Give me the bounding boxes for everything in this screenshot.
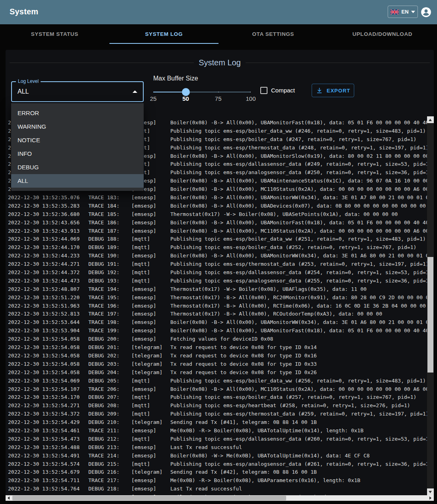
log-timestamp: 2022-12-30 13:52:44.170 (8, 243, 88, 252)
log-timestamp: 2022-12-30 13:52:44.069 (8, 235, 88, 243)
log-row: 2022-12-30 13:52:54.069DEBUG 205:[mqtt]P… (6, 377, 427, 385)
log-row: 2022-12-30 13:52:54.058DEBUG 202:[telegr… (6, 352, 427, 360)
log-timestamp: 2022-12-30 13:52:54.170 (8, 393, 88, 402)
active-tab-indicator (109, 43, 219, 44)
scroll-right-button[interactable] (427, 495, 434, 501)
log-source: [mqtt] (131, 277, 170, 285)
log-message: Boiler(0x08) -B-> All(0x00), UBAMonitorW… (170, 194, 427, 200)
log-level-tag: DEBUG 207: (88, 393, 131, 402)
log-level-select[interactable]: Log Level ALL (11, 81, 144, 102)
chevron-down-icon (411, 11, 415, 13)
log-source: [telegram] (131, 369, 170, 377)
log-source: [emsesp] (131, 227, 170, 235)
divider (10, 63, 194, 63)
log-level-tag: DEBUG 213: (88, 443, 131, 452)
log-source: [mqtt] (131, 269, 170, 277)
log-level-menu: ERROR WARNING NOTICE INFO DEBUG ALL (11, 103, 144, 191)
log-timestamp: 2022-12-30 13:52:54.058 (8, 335, 88, 343)
log-row: 2022-12-30 13:52:54.058DEBUG 203:[telegr… (6, 360, 427, 369)
log-message: Thermostat(0x17) -B-> All(0x00), RC20Mon… (170, 294, 427, 300)
scroll-up-button[interactable] (427, 116, 434, 123)
page-title: System (10, 7, 38, 16)
log-row: 2022-12-30 13:52:54.107TRACE 206:[emsesp… (6, 385, 427, 394)
tab-upload-download[interactable]: UPLOAD/DOWNLOAD (328, 24, 437, 44)
export-label: EXPORT (327, 88, 350, 94)
log-message: Publishing topic ems-esp/boiler_data (#2… (170, 244, 416, 250)
log-level-tag: TRACE 211: (88, 427, 131, 435)
log-row: 2022-12-30 13:52:54.711TRACE 217:[emsesp… (6, 477, 427, 485)
log-timestamp: 2022-12-30 13:52:54.058 (8, 360, 88, 369)
log-message: Publishing topic ems-esp/boiler_data (#2… (170, 394, 416, 400)
log-row: 2022-12-30 13:52:51.220TRACE 195:[emsesp… (6, 294, 427, 302)
log-message: Boiler(0x08) -B-> All(0x00), UBAMonitorF… (170, 328, 427, 333)
slider-label-100: 100 (246, 95, 256, 102)
log-message: Publishing topic ems-esp/dallassensor_da… (170, 436, 427, 442)
account-icon[interactable] (421, 7, 431, 18)
vertical-scrollbar-thumb[interactable] (427, 257, 433, 373)
card-title-row: System Log (10, 58, 430, 67)
scroll-left-button[interactable] (6, 495, 12, 501)
log-row: 2022-12-30 13:52:54.271DEBUG 208:[mqtt]P… (6, 402, 427, 410)
log-row: 2022-12-30 13:52:44.170DEBUG 189:[mqtt]P… (6, 243, 427, 252)
scroll-down-button[interactable] (427, 488, 434, 495)
log-message: Boiler(0x08) -W-> Me(0x0B), UBATotalUpti… (170, 453, 370, 459)
log-source: [mqtt] (131, 243, 170, 252)
log-source: [emsesp] (131, 327, 170, 335)
log-message: Boiler(0x08) -B-> All(0x00), UBAMonitorW… (170, 253, 427, 259)
log-row: 2022-12-30 13:52:54.058DEBUG 201:[telegr… (6, 343, 427, 352)
menu-item-debug[interactable]: DEBUG (11, 161, 144, 174)
log-message: Publishing topic ems-esp/dallassensor_da… (170, 161, 427, 167)
menu-item-error[interactable]: ERROR (11, 106, 144, 120)
log-row: 2022-12-30 13:52:54.764DEBUG 218:[emsesp… (6, 485, 427, 493)
log-message: Publishing topic ems-esp/heartbeat (#258… (170, 402, 410, 408)
slider-mark-75 (218, 92, 219, 92)
arrow-left-icon (8, 496, 10, 500)
log-source: [emsesp] (131, 477, 170, 485)
menu-item-warning[interactable]: WARNING (11, 120, 144, 133)
log-message: Tx read request to device 0x08 for type … (170, 361, 317, 367)
log-message: Boiler(0x08) -B-> All(0x00), UBAMonitorF… (170, 220, 427, 226)
tab-system-log[interactable]: SYSTEM LOG (109, 24, 219, 44)
system-log-card: System Log Log Level ALL Max Buffer Size… (6, 50, 434, 501)
log-level-tag: TRACE 196: (88, 302, 131, 310)
log-source: [emsesp] (131, 219, 170, 227)
buffer-size-slider[interactable] (153, 88, 251, 96)
menu-item-all[interactable]: ALL (11, 174, 144, 188)
log-source: [emsesp] (131, 302, 170, 310)
log-message: Boiler(0x08) -B-> All(0x00), UBAMonitorW… (170, 319, 427, 325)
log-timestamp: 2022-12-30 13:52:54.488 (8, 443, 88, 452)
log-row: 2022-12-30 13:52:54.679DEBUG 216:[telegr… (6, 468, 427, 477)
log-message: Publishing topic ems-esp/boiler_data_ww … (170, 378, 426, 384)
log-message: Boiler(0x08) -B-> All(0x00), UBAMonitorS… (170, 153, 427, 159)
slider-thumb[interactable] (182, 88, 190, 96)
log-timestamp: 2022-12-30 13:52:54.679 (8, 468, 88, 477)
log-level-tag: DEBUG 204: (88, 369, 131, 377)
log-timestamp: 2022-12-30 13:52:53.904 (8, 327, 88, 335)
menu-item-notice[interactable]: NOTICE (11, 133, 144, 147)
log-level-tag: TRACE 217: (88, 477, 131, 485)
language-selector[interactable]: EN (388, 6, 418, 18)
log-message: Thermostat(0x17) -W-> Boiler(0x08), UBAS… (170, 211, 398, 217)
divider (246, 63, 430, 63)
log-source: [emsesp] (131, 385, 170, 394)
log-message: Publishing topic ems-esp/boiler_data_ww … (170, 128, 426, 134)
export-button[interactable]: EXPORT (312, 84, 354, 97)
log-level-tag: TRACE 194: (88, 285, 131, 294)
menu-item-info[interactable]: INFO (11, 147, 144, 161)
log-level-tag: DEBUG 210: (88, 418, 131, 427)
log-timestamp: 2022-12-30 13:52:54.058 (8, 343, 88, 352)
tab-ota-settings[interactable]: OTA SETTINGS (218, 24, 328, 44)
tab-system-status[interactable]: SYSTEM STATUS (0, 24, 109, 44)
compact-checkbox[interactable] (260, 87, 267, 94)
log-source: [emsesp] (131, 252, 170, 260)
log-level-tag: TRACE 184: (88, 202, 131, 210)
log-level-tag: TRACE 206: (88, 385, 131, 394)
log-row: 2022-12-30 13:52:52.813TRACE 197:[emsesp… (6, 310, 427, 318)
log-timestamp: 2022-12-30 13:52:44.372 (8, 269, 88, 277)
log-timestamp: 2022-12-30 13:52:54.271 (8, 402, 88, 410)
horizontal-scrollbar[interactable] (6, 495, 434, 501)
log-timestamp: 2022-12-30 13:52:43.913 (8, 227, 88, 235)
vertical-scrollbar[interactable] (427, 116, 434, 495)
log-timestamp: 2022-12-30 13:52:44.473 (8, 277, 88, 285)
horizontal-scrollbar-thumb[interactable] (12, 496, 286, 500)
